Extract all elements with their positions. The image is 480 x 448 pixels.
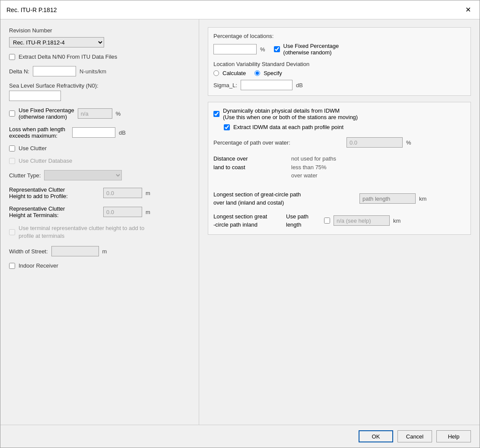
sigma-l-input[interactable]: 5.5	[241, 80, 292, 90]
content-area: Revision Number Rec. ITU-R P.1812-4 Rec.…	[0, 19, 480, 425]
help-button[interactable]: Help	[436, 430, 471, 442]
distance-label2: land to coast	[213, 163, 283, 172]
distance-row: Distance over land to coast not used for…	[213, 155, 465, 180]
left-panel: Revision Number Rec. ITU-R P.1812-4 Rec.…	[0, 19, 199, 425]
width-of-street-label: Width of Street:	[9, 248, 48, 255]
extract-delta-label: Extract Delta N/N0 From ITU Data Files	[19, 54, 117, 60]
loss-label2: exceeds maximum:	[9, 133, 65, 139]
calculate-radio-row: Calculate	[213, 70, 246, 76]
sigma-l-unit: dB	[296, 82, 303, 88]
loss-input[interactable]: 1000.0	[72, 127, 115, 138]
pct-locations-input[interactable]: 50.0	[213, 44, 257, 54]
rep-clutter-profile-row: Representative Clutter Height to add to …	[9, 186, 190, 199]
width-of-street-input: Not available	[51, 246, 99, 256]
dynamically-labels: Dynamically obtain physical details from…	[223, 107, 358, 120]
window-title: Rec. ITU-R P.1812	[6, 6, 57, 13]
distance-labels: Distance over land to coast	[213, 155, 283, 171]
extract-idwm-label: Extract IDWM data at each path profile p…	[233, 124, 343, 130]
rep-clutter-profile-labels: Representative Clutter Height to add to …	[9, 186, 100, 199]
right-panel: Percentage of locations: 50.0 % Use Fixe…	[199, 19, 480, 425]
extract-delta-checkbox[interactable]	[9, 54, 15, 60]
revision-label: Revision Number	[9, 27, 190, 34]
sigma-l-label: Sigma_L:	[213, 82, 237, 88]
delta-n-unit: N-units/km	[79, 68, 106, 75]
use-fixed-pct-input	[78, 108, 112, 119]
calculate-radio[interactable]	[213, 70, 219, 76]
width-of-street-row: Width of Street: Not available m	[9, 246, 190, 256]
inland-row: Longest section great -circle path inlan…	[213, 212, 465, 229]
longest-section-unit: km	[419, 196, 426, 202]
use-fixed-pct-left-checkbox[interactable]	[9, 110, 15, 117]
use-fixed-pct-right-label1: Use Fixed Percentage	[283, 43, 339, 49]
use-fixed-pct-label2: (otherwise random)	[19, 114, 74, 120]
use-path-label1: Use path	[286, 212, 321, 221]
longest-section-label2: over land (inland and costal)	[213, 199, 356, 207]
inland-input	[334, 215, 390, 226]
use-terminal-clutter-label: Use terminal representative clutter heig…	[19, 224, 157, 240]
indoor-receiver-checkbox[interactable]	[9, 263, 15, 269]
extract-idwm-row: Extract IDWM data at each path profile p…	[224, 124, 465, 130]
pct-locations-section: Percentage of locations: 50.0 % Use Fixe…	[208, 27, 471, 96]
use-terminal-clutter-row: Use terminal representative clutter heig…	[9, 224, 190, 240]
rep-clutter-terminals-labels: Representative Clutter Height at Termina…	[9, 205, 100, 218]
rep-clutter-terminals-input	[103, 207, 142, 217]
pct-locations-row: 50.0 % Use Fixed Percentage (otherwise r…	[213, 43, 465, 56]
use-clutter-db-row: Use Clutter Database	[9, 158, 190, 164]
width-of-street-unit: m	[102, 248, 107, 255]
inland-label2: -circle path inland	[213, 221, 283, 229]
specify-label: Specify	[264, 70, 282, 76]
use-path-labels: Use path length	[286, 212, 321, 229]
sea-level-input[interactable]: 325.0	[9, 91, 61, 101]
sigma-row: Sigma_L: 5.5 dB	[213, 80, 465, 90]
distance-value2: less than 75%	[291, 163, 336, 172]
ok-button[interactable]: OK	[359, 430, 393, 442]
clutter-type-select	[44, 170, 122, 180]
sea-level-group: Sea Level Surface Refractivity (N0): 325…	[9, 82, 190, 101]
use-clutter-db-label: Use Clutter Database	[19, 158, 72, 164]
loss-label1: Loss when path length	[9, 126, 65, 133]
pct-water-row: Percentage of path over water: %	[213, 137, 465, 148]
close-button[interactable]: ✕	[463, 5, 474, 15]
use-fixed-pct-unit: %	[116, 110, 121, 117]
dynamically-checkbox[interactable]	[213, 111, 219, 117]
revision-group: Revision Number Rec. ITU-R P.1812-4 Rec.…	[9, 27, 190, 47]
use-fixed-pct-row: Use Fixed Percentage (otherwise random) …	[9, 107, 190, 120]
cancel-button[interactable]: Cancel	[397, 430, 432, 442]
rep-clutter-profile-label2: Height to add to Profile:	[9, 193, 100, 199]
title-bar: Rec. ITU-R P.1812 ✕	[0, 0, 480, 19]
great-circle-labels: Longest section of great-circle path ove…	[213, 190, 356, 207]
use-fixed-pct-right-checkbox[interactable]	[274, 46, 280, 52]
great-circle-row: Longest section of great-circle path ove…	[213, 190, 465, 207]
use-clutter-checkbox[interactable]	[9, 145, 15, 151]
use-fixed-pct-right-label2: (otherwise random)	[283, 49, 339, 56]
main-window: Rec. ITU-R P.1812 ✕ Revision Number Rec.…	[0, 0, 480, 448]
indoor-receiver-row: Indoor Receiver	[9, 262, 190, 269]
use-clutter-db-checkbox	[9, 158, 15, 164]
revision-select[interactable]: Rec. ITU-R P.1812-4 Rec. ITU-R P.1812-3 …	[9, 37, 104, 47]
pct-water-input	[346, 137, 403, 148]
use-clutter-row: Use Clutter	[9, 145, 190, 151]
delta-n-row: Delta N: 70.0 N-units/km	[9, 66, 190, 76]
loss-row: Loss when path length exceeds maximum: 1…	[9, 126, 190, 139]
extract-delta-row: Extract Delta N/N0 From ITU Data Files	[9, 54, 190, 60]
rep-clutter-profile-label1: Representative Clutter	[9, 186, 100, 193]
rep-clutter-profile-unit: m	[146, 190, 150, 196]
loc-var-radio-group: Calculate Specify	[213, 70, 465, 76]
use-path-label2: length	[286, 221, 321, 229]
dynamically-label2: (Use this when one or both of the statio…	[223, 114, 358, 120]
calculate-label: Calculate	[223, 70, 246, 76]
rep-clutter-profile-input	[103, 188, 142, 198]
indoor-receiver-label: Indoor Receiver	[19, 262, 58, 269]
pct-locations-unit: %	[260, 46, 265, 53]
extract-idwm-checkbox[interactable]	[224, 124, 230, 130]
inland-use-path-checkbox[interactable]	[324, 218, 330, 224]
use-fixed-pct-right-labels: Use Fixed Percentage (otherwise random)	[283, 43, 339, 56]
specify-radio[interactable]	[254, 70, 260, 76]
rep-clutter-terminals-label2: Height at Terminals:	[9, 212, 100, 218]
rep-clutter-terminals-unit: m	[146, 209, 150, 215]
pct-water-unit: %	[406, 139, 411, 146]
inland-unit: km	[393, 218, 401, 224]
dynamically-row: Dynamically obtain physical details from…	[213, 107, 465, 120]
delta-n-input[interactable]: 70.0	[33, 66, 76, 76]
use-fixed-pct-labels: Use Fixed Percentage (otherwise random)	[19, 107, 74, 120]
